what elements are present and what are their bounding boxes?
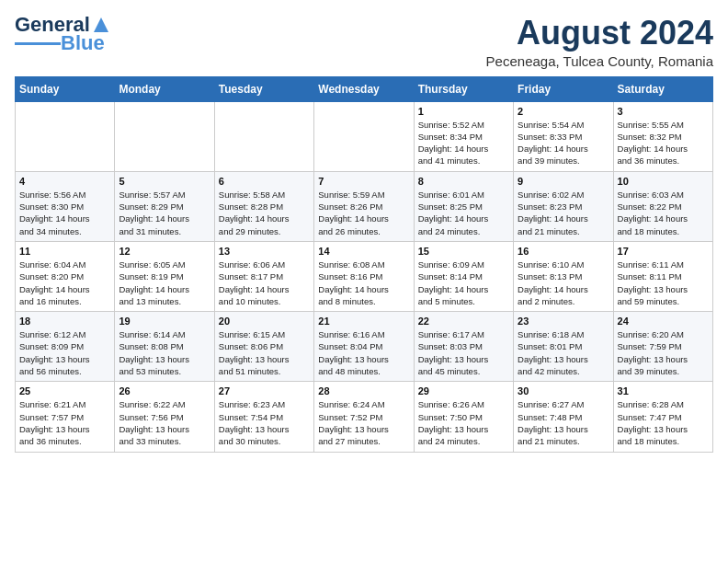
day-number: 8: [418, 176, 509, 187]
calendar-cell: 30Sunrise: 6:27 AM Sunset: 7:48 PM Dayli…: [514, 382, 613, 452]
day-info: Sunrise: 6:10 AM Sunset: 8:13 PM Dayligh…: [518, 259, 609, 307]
calendar-cell: 2Sunrise: 5:54 AM Sunset: 8:33 PM Daylig…: [514, 101, 613, 171]
day-info: Sunrise: 6:01 AM Sunset: 8:25 PM Dayligh…: [418, 189, 509, 237]
calendar-body: 1Sunrise: 5:52 AM Sunset: 8:34 PM Daylig…: [16, 101, 713, 452]
day-number: 22: [418, 316, 509, 327]
day-info: Sunrise: 6:09 AM Sunset: 8:14 PM Dayligh…: [418, 259, 509, 307]
day-info: Sunrise: 6:24 AM Sunset: 7:52 PM Dayligh…: [318, 398, 409, 447]
calendar-cell: 11Sunrise: 6:04 AM Sunset: 8:20 PM Dayli…: [16, 241, 115, 311]
day-number: 26: [119, 385, 210, 396]
day-number: 15: [418, 246, 509, 257]
day-info: Sunrise: 6:20 AM Sunset: 7:59 PM Dayligh…: [618, 328, 709, 377]
calendar-week-4: 18Sunrise: 6:12 AM Sunset: 8:09 PM Dayli…: [16, 312, 713, 382]
day-info: Sunrise: 6:11 AM Sunset: 8:11 PM Dayligh…: [618, 259, 709, 307]
calendar-cell: 19Sunrise: 6:14 AM Sunset: 8:08 PM Dayli…: [115, 312, 214, 382]
calendar-week-1: 1Sunrise: 5:52 AM Sunset: 8:34 PM Daylig…: [16, 101, 713, 171]
calendar-cell: 21Sunrise: 6:16 AM Sunset: 8:04 PM Dayli…: [314, 312, 414, 382]
day-info: Sunrise: 5:52 AM Sunset: 8:34 PM Dayligh…: [418, 119, 509, 167]
day-info: Sunrise: 6:18 AM Sunset: 8:01 PM Dayligh…: [518, 328, 609, 377]
calendar-cell: 16Sunrise: 6:10 AM Sunset: 8:13 PM Dayli…: [514, 241, 613, 311]
day-number: 6: [219, 176, 310, 187]
day-info: Sunrise: 5:54 AM Sunset: 8:33 PM Dayligh…: [518, 119, 609, 167]
day-info: Sunrise: 6:28 AM Sunset: 7:47 PM Dayligh…: [618, 398, 709, 447]
calendar-cell: 28Sunrise: 6:24 AM Sunset: 7:52 PM Dayli…: [314, 382, 414, 452]
day-info: Sunrise: 6:15 AM Sunset: 8:06 PM Dayligh…: [219, 328, 310, 377]
day-info: Sunrise: 6:05 AM Sunset: 8:19 PM Dayligh…: [119, 259, 210, 307]
day-header-wednesday: Wednesday: [314, 76, 414, 101]
day-number: 30: [518, 385, 609, 396]
day-info: Sunrise: 5:59 AM Sunset: 8:26 PM Dayligh…: [318, 189, 409, 237]
day-header-saturday: Saturday: [613, 76, 712, 101]
day-info: Sunrise: 6:21 AM Sunset: 7:57 PM Dayligh…: [19, 398, 110, 447]
logo: General Blue: [15, 15, 110, 53]
day-header-sunday: Sunday: [16, 76, 115, 101]
calendar-cell: 3Sunrise: 5:55 AM Sunset: 8:32 PM Daylig…: [613, 101, 712, 171]
calendar-cell: 13Sunrise: 6:06 AM Sunset: 8:17 PM Dayli…: [214, 241, 313, 311]
day-info: Sunrise: 6:12 AM Sunset: 8:09 PM Dayligh…: [19, 328, 110, 377]
calendar-cell: 25Sunrise: 6:21 AM Sunset: 7:57 PM Dayli…: [16, 382, 115, 452]
day-number: 7: [318, 176, 409, 187]
calendar-cell: 10Sunrise: 6:03 AM Sunset: 8:22 PM Dayli…: [613, 171, 712, 241]
calendar-cell: 5Sunrise: 5:57 AM Sunset: 8:29 PM Daylig…: [115, 171, 214, 241]
location-title: Peceneaga, Tulcea County, Romania: [486, 53, 713, 69]
day-number: 19: [119, 316, 210, 327]
day-number: 9: [518, 176, 609, 187]
day-number: 20: [219, 316, 310, 327]
day-info: Sunrise: 6:14 AM Sunset: 8:08 PM Dayligh…: [119, 328, 210, 377]
calendar-cell: 9Sunrise: 6:02 AM Sunset: 8:23 PM Daylig…: [514, 171, 613, 241]
calendar-week-3: 11Sunrise: 6:04 AM Sunset: 8:20 PM Dayli…: [16, 241, 713, 311]
day-info: Sunrise: 6:16 AM Sunset: 8:04 PM Dayligh…: [318, 328, 409, 377]
calendar-cell: 4Sunrise: 5:56 AM Sunset: 8:30 PM Daylig…: [16, 171, 115, 241]
day-number: 14: [318, 246, 409, 257]
calendar-cell: 22Sunrise: 6:17 AM Sunset: 8:03 PM Dayli…: [414, 312, 513, 382]
day-number: 28: [318, 385, 409, 396]
day-number: 10: [618, 176, 709, 187]
month-title: August 2024: [486, 15, 713, 52]
calendar-cell: 12Sunrise: 6:05 AM Sunset: 8:19 PM Dayli…: [115, 241, 214, 311]
day-info: Sunrise: 6:04 AM Sunset: 8:20 PM Dayligh…: [19, 259, 110, 307]
calendar-cell: 15Sunrise: 6:09 AM Sunset: 8:14 PM Dayli…: [414, 241, 513, 311]
day-number: 1: [418, 106, 509, 117]
day-number: 25: [19, 385, 110, 396]
calendar-week-5: 25Sunrise: 6:21 AM Sunset: 7:57 PM Dayli…: [16, 382, 713, 452]
title-section: August 2024 Peceneaga, Tulcea County, Ro…: [486, 15, 713, 69]
day-number: 27: [219, 385, 310, 396]
calendar-table: SundayMondayTuesdayWednesdayThursdayFrid…: [15, 76, 713, 453]
calendar-cell: 17Sunrise: 6:11 AM Sunset: 8:11 PM Dayli…: [613, 241, 712, 311]
calendar-cell: [314, 101, 414, 171]
day-number: 2: [518, 106, 609, 117]
day-info: Sunrise: 6:22 AM Sunset: 7:56 PM Dayligh…: [119, 398, 210, 447]
day-info: Sunrise: 5:57 AM Sunset: 8:29 PM Dayligh…: [119, 189, 210, 237]
page-header: General Blue August 2024 Peceneaga, Tulc…: [15, 15, 713, 69]
day-number: 31: [618, 385, 709, 396]
calendar-cell: 24Sunrise: 6:20 AM Sunset: 7:59 PM Dayli…: [613, 312, 712, 382]
svg-marker-0: [94, 17, 108, 32]
calendar-header-row: SundayMondayTuesdayWednesdayThursdayFrid…: [16, 76, 713, 101]
day-header-tuesday: Tuesday: [214, 76, 313, 101]
day-info: Sunrise: 5:55 AM Sunset: 8:32 PM Dayligh…: [618, 119, 709, 167]
day-number: 18: [19, 316, 110, 327]
calendar-cell: [115, 101, 214, 171]
day-info: Sunrise: 6:17 AM Sunset: 8:03 PM Dayligh…: [418, 328, 509, 377]
day-info: Sunrise: 6:06 AM Sunset: 8:17 PM Dayligh…: [219, 259, 310, 307]
day-number: 4: [19, 176, 110, 187]
day-info: Sunrise: 5:56 AM Sunset: 8:30 PM Dayligh…: [19, 189, 110, 237]
calendar-cell: 31Sunrise: 6:28 AM Sunset: 7:47 PM Dayli…: [613, 382, 712, 452]
day-info: Sunrise: 6:03 AM Sunset: 8:22 PM Dayligh…: [618, 189, 709, 237]
day-number: 12: [119, 246, 210, 257]
calendar-cell: [16, 101, 115, 171]
day-number: 29: [418, 385, 509, 396]
day-info: Sunrise: 5:58 AM Sunset: 8:28 PM Dayligh…: [219, 189, 310, 237]
day-number: 17: [618, 246, 709, 257]
day-info: Sunrise: 6:23 AM Sunset: 7:54 PM Dayligh…: [219, 398, 310, 447]
calendar-cell: 1Sunrise: 5:52 AM Sunset: 8:34 PM Daylig…: [414, 101, 513, 171]
day-info: Sunrise: 6:08 AM Sunset: 8:16 PM Dayligh…: [318, 259, 409, 307]
day-header-friday: Friday: [514, 76, 613, 101]
logo-blue: Blue: [61, 33, 105, 53]
day-info: Sunrise: 6:02 AM Sunset: 8:23 PM Dayligh…: [518, 189, 609, 237]
day-number: 5: [119, 176, 210, 187]
day-info: Sunrise: 6:26 AM Sunset: 7:50 PM Dayligh…: [418, 398, 509, 447]
calendar-cell: 26Sunrise: 6:22 AM Sunset: 7:56 PM Dayli…: [115, 382, 214, 452]
day-number: 24: [618, 316, 709, 327]
calendar-cell: 23Sunrise: 6:18 AM Sunset: 8:01 PM Dayli…: [514, 312, 613, 382]
